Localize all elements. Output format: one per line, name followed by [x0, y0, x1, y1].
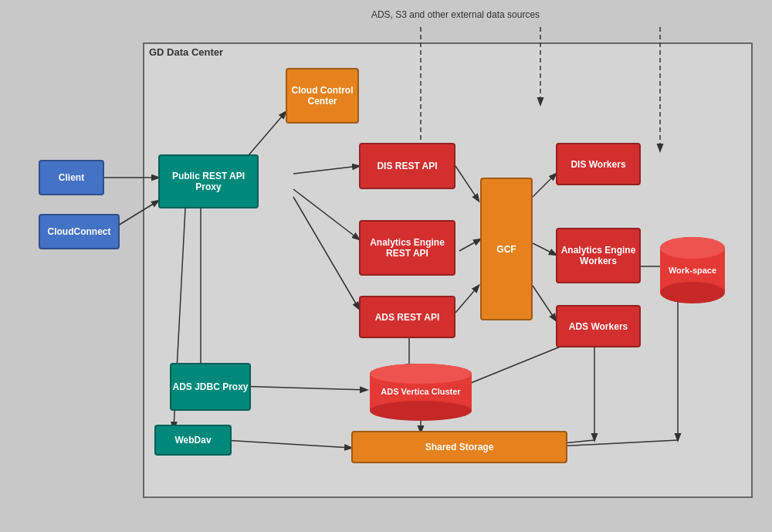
- cloudconnect-node: CloudConnect: [39, 214, 120, 249]
- analytics-rest-api-node: Analytics Engine REST API: [359, 220, 455, 276]
- analytics-workers-node: Analytics Engine Workers: [556, 228, 641, 283]
- ads-jdbc-node: ADS JDBC Proxy: [170, 363, 251, 411]
- svg-point-33: [660, 282, 725, 303]
- cloud-control-node: Cloud Control Center: [286, 68, 359, 124]
- workspace-node: Work-space: [658, 236, 727, 305]
- shared-storage-node: Shared Storage: [351, 431, 567, 463]
- svg-point-34: [660, 237, 725, 259]
- svg-point-29: [370, 401, 472, 421]
- ads-vertica-node: ADS Vertica Cluster: [367, 363, 475, 421]
- dis-rest-api-node: DIS REST API: [359, 143, 455, 189]
- dis-workers-node: DIS Workers: [556, 143, 641, 185]
- ads-workers-node: ADS Workers: [556, 305, 641, 347]
- ads-rest-api-node: ADS REST API: [359, 296, 455, 338]
- datacenter-label: GD Data Center: [149, 46, 223, 58]
- external-sources-label: ADS, S3 and other external data sources: [371, 9, 540, 20]
- svg-point-30: [370, 364, 472, 384]
- webdav-node: WebDav: [154, 425, 232, 456]
- public-rest-api-node: Public REST API Proxy: [158, 154, 259, 208]
- gcf-node: GCF: [480, 178, 533, 320]
- client-node: Client: [39, 160, 104, 195]
- diagram-wrapper: ADS, S3 and other external data sources …: [0, 0, 772, 532]
